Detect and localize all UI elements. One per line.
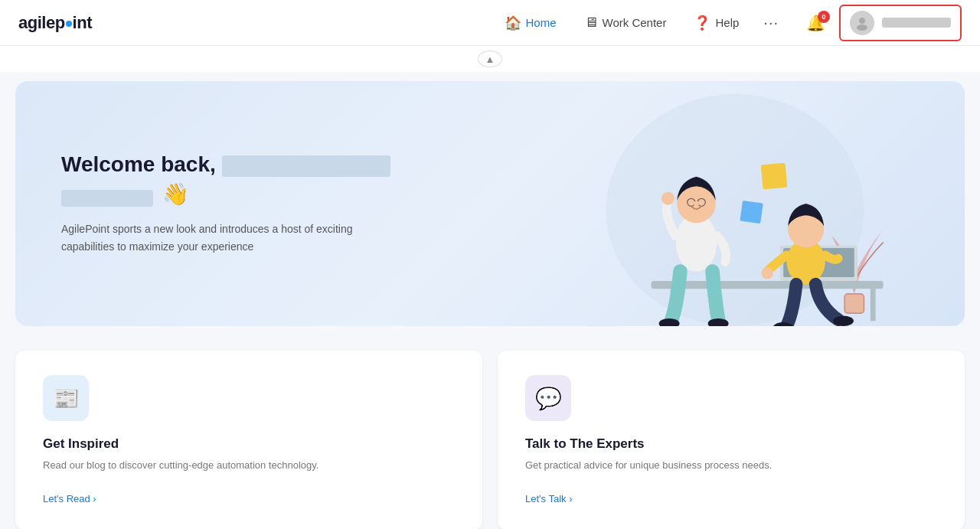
svg-rect-6 xyxy=(871,289,876,321)
card-inspired-icon-wrap: 📰 xyxy=(43,375,89,421)
navbar: agilepint 🏠 Home 🖥 Work Center ❓ Help ··… xyxy=(0,0,980,46)
svg-point-14 xyxy=(833,316,854,326)
svg-point-1 xyxy=(857,24,867,31)
newspaper-icon: 📰 xyxy=(53,386,80,411)
hero-description: AgilePoint sports a new look and introdu… xyxy=(61,220,383,255)
chevron-up-icon: ▲ xyxy=(485,54,495,65)
card-experts-icon-wrap: 💬 xyxy=(525,375,571,421)
svg-point-20 xyxy=(662,192,675,205)
notification-badge: 0 xyxy=(818,11,830,23)
card-inspired-title: Get Inspired xyxy=(43,436,455,452)
hero-username xyxy=(222,155,390,177)
card-inspired[interactable]: 📰 Get Inspired Read our blog to discover… xyxy=(15,351,482,529)
svg-rect-24 xyxy=(740,201,763,224)
notifications-button[interactable]: 🔔 0 xyxy=(799,8,833,38)
hero-username-second xyxy=(61,190,153,207)
cards-section: 📰 Get Inspired Read our blog to discover… xyxy=(0,335,980,529)
avatar xyxy=(850,11,874,35)
nav-home-label: Home xyxy=(526,16,557,29)
svg-point-25 xyxy=(694,201,699,207)
hero-illustration xyxy=(536,81,934,326)
hero-content: Welcome back, 👋 AgilePoint sports a new … xyxy=(61,152,533,255)
hero-subtitle-row: 👋 xyxy=(61,181,533,207)
more-menu-button[interactable]: ··· xyxy=(756,8,786,38)
card-experts-desc: Get practical advice for unique business… xyxy=(525,458,937,473)
logo: agilepint xyxy=(18,13,92,33)
logo-text: agilepint xyxy=(18,13,92,33)
user-name-label xyxy=(882,18,951,28)
logo-dot xyxy=(66,21,72,27)
nav-workcenter[interactable]: 🖥 Work Center xyxy=(573,8,678,37)
card-experts-title: Talk to The Experts xyxy=(525,436,937,452)
wave-emoji: 👋 xyxy=(162,182,189,206)
card-experts-link[interactable]: Let's Talk › xyxy=(525,493,573,505)
user-profile-button[interactable] xyxy=(839,5,962,41)
nav-help[interactable]: ❓ Help xyxy=(683,8,750,38)
chat-icon: 💬 xyxy=(535,386,562,411)
card-inspired-desc: Read our blog to discover cutting-edge a… xyxy=(43,458,455,473)
collapse-bar: ▲ xyxy=(0,46,980,72)
collapse-button[interactable]: ▲ xyxy=(478,51,502,67)
welcome-prefix: Welcome back, xyxy=(61,152,216,176)
nav-links: 🏠 Home 🖥 Work Center ❓ Help ··· xyxy=(494,8,786,38)
monitor-icon: 🖥 xyxy=(584,15,598,31)
nav-workcenter-label: Work Center xyxy=(603,16,667,29)
svg-rect-3 xyxy=(844,294,864,313)
help-icon: ❓ xyxy=(694,15,710,31)
svg-point-12 xyxy=(762,267,773,279)
svg-point-2 xyxy=(606,94,864,326)
home-icon: 🏠 xyxy=(505,15,521,31)
navbar-right: 🔔 0 xyxy=(799,5,962,41)
nav-help-label: Help xyxy=(715,16,739,29)
svg-rect-23 xyxy=(761,163,788,190)
card-inspired-link[interactable]: Let's Read › xyxy=(43,493,96,505)
hero-title: Welcome back, xyxy=(61,152,533,177)
svg-point-0 xyxy=(859,18,865,24)
hero-banner: Welcome back, 👋 AgilePoint sports a new … xyxy=(15,81,965,326)
nav-home[interactable]: 🏠 Home xyxy=(494,8,567,38)
card-experts[interactable]: 💬 Talk to The Experts Get practical advi… xyxy=(498,351,965,529)
